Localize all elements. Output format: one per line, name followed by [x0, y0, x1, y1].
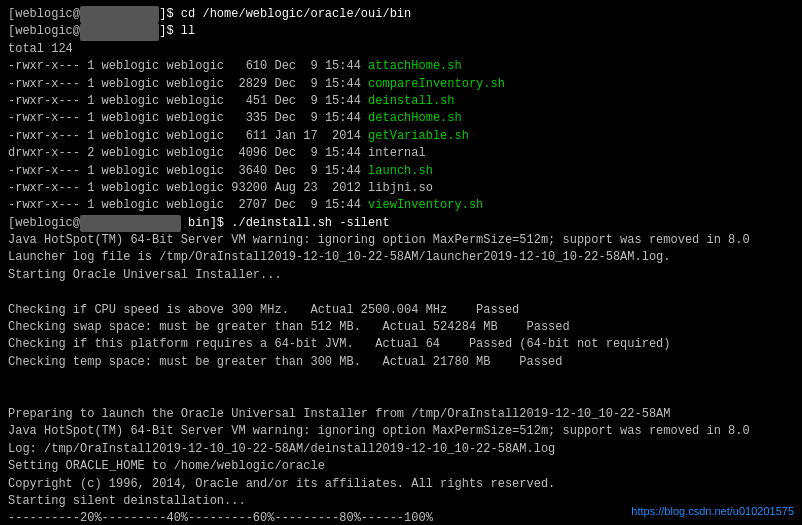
- terminal-line: [weblogic@ ]$ cd /home/weblogic/oracle/o…: [8, 6, 794, 23]
- watermark: https://blog.csdn.net/u010201575: [631, 505, 794, 517]
- file-perms: -rwxr-x---: [8, 181, 87, 195]
- output-text: Copyright (c) 1996, 2014, Oracle and/or …: [8, 477, 555, 491]
- terminal-line: Setting ORACLE_HOME to /home/weblogic/or…: [8, 458, 794, 475]
- blurred-hostname: [80, 6, 159, 23]
- file-size: 611: [231, 129, 274, 143]
- output-text: Setting ORACLE_HOME to /home/weblogic/or…: [8, 459, 325, 473]
- terminal-window: [weblogic@ ]$ cd /home/weblogic/oracle/o…: [0, 0, 802, 525]
- file-size: 3640: [231, 164, 274, 178]
- terminal-line: [weblogic@ ]$ ll: [8, 23, 794, 40]
- file-name: deinstall.sh: [368, 94, 454, 108]
- prompt: [weblogic@: [8, 24, 80, 38]
- file-size: 2829: [231, 77, 274, 91]
- command-text: ]$ ll: [159, 24, 195, 38]
- file-date: Dec 9 15:44: [274, 164, 368, 178]
- file-name: libjni.so: [368, 181, 433, 195]
- file-perms: -rwxr-x---: [8, 59, 87, 73]
- terminal-line: total 124: [8, 41, 794, 58]
- output-text: Preparing to launch the Oracle Universal…: [8, 407, 671, 421]
- file-name: getVariable.sh: [368, 129, 469, 143]
- file-links: 1 weblogic weblogic: [87, 94, 231, 108]
- file-perms: -rwxr-x---: [8, 77, 87, 91]
- terminal-line: Checking temp space: must be greater tha…: [8, 354, 794, 371]
- output-text: Checking swap space: must be greater tha…: [8, 320, 570, 334]
- file-name: compareInventory.sh: [368, 77, 505, 91]
- terminal-line: -rwxr-x--- 1 weblogic weblogic 93200 Aug…: [8, 180, 794, 197]
- terminal-line: -rwxr-x--- 1 weblogic weblogic 335 Dec 9…: [8, 110, 794, 127]
- prompt: [weblogic@: [8, 7, 80, 21]
- terminal-line: -rwxr-x--- 1 weblogic weblogic 3640 Dec …: [8, 163, 794, 180]
- terminal-line: Java HotSpot(TM) 64-Bit Server VM warnin…: [8, 232, 794, 249]
- file-perms: drwxr-x---: [8, 146, 87, 160]
- file-size: 451: [231, 94, 274, 108]
- output-text: Java HotSpot(TM) 64-Bit Server VM warnin…: [8, 233, 750, 247]
- output-text: Launcher log file is /tmp/OraInstall2019…: [8, 250, 671, 264]
- terminal-line: [8, 284, 794, 301]
- file-name: detachHome.sh: [368, 111, 462, 125]
- file-name: attachHome.sh: [368, 59, 462, 73]
- terminal-line: -rwxr-x--- 1 weblogic weblogic 2707 Dec …: [8, 197, 794, 214]
- output-text: total 124: [8, 42, 73, 56]
- file-date: Aug 23 2012: [274, 181, 368, 195]
- output-text: Checking temp space: must be greater tha…: [8, 355, 563, 369]
- file-links: 1 weblogic weblogic: [87, 59, 231, 73]
- terminal-line: -rwxr-x--- 1 weblogic weblogic 2829 Dec …: [8, 76, 794, 93]
- prompt: [weblogic@: [8, 216, 80, 230]
- file-name: launch.sh: [368, 164, 433, 178]
- file-date: Jan 17 2014: [274, 129, 368, 143]
- terminal-line: -rwxr-x--- 1 weblogic weblogic 451 Dec 9…: [8, 93, 794, 110]
- terminal-line: Checking if this platform requires a 64-…: [8, 336, 794, 353]
- file-perms: -rwxr-x---: [8, 111, 87, 125]
- file-size: 335: [231, 111, 274, 125]
- output-text: Log: /tmp/OraInstall2019-12-10_10-22-58A…: [8, 442, 555, 456]
- file-date: Dec 9 15:44: [274, 198, 368, 212]
- file-links: 1 weblogic weblogic: [87, 164, 231, 178]
- terminal-line: drwxr-x--- 2 weblogic weblogic 4096 Dec …: [8, 145, 794, 162]
- file-links: 1 weblogic weblogic: [87, 111, 231, 125]
- output-text: Checking if CPU speed is above 300 MHz. …: [8, 303, 519, 317]
- terminal-line: Checking swap space: must be greater tha…: [8, 319, 794, 336]
- file-links: 1 weblogic weblogic: [87, 129, 231, 143]
- file-perms: -rwxr-x---: [8, 94, 87, 108]
- terminal-line: -rwxr-x--- 1 weblogic weblogic 611 Jan 1…: [8, 128, 794, 145]
- file-links: 1 weblogic weblogic: [87, 77, 231, 91]
- file-links: 2 weblogic weblogic: [87, 146, 231, 160]
- blurred-hostname: [80, 215, 181, 232]
- command-text: bin]$ ./deinstall.sh -silent: [181, 216, 390, 230]
- terminal-line: Preparing to launch the Oracle Universal…: [8, 406, 794, 423]
- file-links: 1 weblogic weblogic: [87, 181, 231, 195]
- file-name: viewInventory.sh: [368, 198, 483, 212]
- terminal-line: -rwxr-x--- 1 weblogic weblogic 610 Dec 9…: [8, 58, 794, 75]
- output-text: Starting Oracle Universal Installer...: [8, 268, 282, 282]
- file-size: 2707: [231, 198, 274, 212]
- output-text: Checking if this platform requires a 64-…: [8, 337, 671, 351]
- file-perms: -rwxr-x---: [8, 129, 87, 143]
- terminal-line: Launcher log file is /tmp/OraInstall2019…: [8, 249, 794, 266]
- file-size: 93200: [231, 181, 274, 195]
- terminal-line: Log: /tmp/OraInstall2019-12-10_10-22-58A…: [8, 441, 794, 458]
- command-text: ]$ cd /home/weblogic/oracle/oui/bin: [159, 7, 411, 21]
- file-perms: -rwxr-x---: [8, 198, 87, 212]
- file-date: Dec 9 15:44: [274, 146, 368, 160]
- terminal-line: [weblogic@ bin]$ ./deinstall.sh -silent: [8, 215, 794, 232]
- terminal-line: Java HotSpot(TM) 64-Bit Server VM warnin…: [8, 423, 794, 440]
- file-name: internal: [368, 146, 426, 160]
- file-date: Dec 9 15:44: [274, 94, 368, 108]
- output-text: ----------20%---------40%---------60%---…: [8, 511, 433, 525]
- output-text: Java HotSpot(TM) 64-Bit Server VM warnin…: [8, 424, 750, 438]
- file-perms: -rwxr-x---: [8, 164, 87, 178]
- blurred-hostname: [80, 23, 159, 40]
- file-date: Dec 9 15:44: [274, 111, 368, 125]
- file-date: Dec 9 15:44: [274, 77, 368, 91]
- file-size: 4096: [231, 146, 274, 160]
- terminal-line: Starting Oracle Universal Installer...: [8, 267, 794, 284]
- file-links: 1 weblogic weblogic: [87, 198, 231, 212]
- terminal-line: [8, 389, 794, 406]
- output-text: Starting silent deinstallation...: [8, 494, 246, 508]
- terminal-line: Copyright (c) 1996, 2014, Oracle and/or …: [8, 476, 794, 493]
- file-date: Dec 9 15:44: [274, 59, 368, 73]
- file-size: 610: [231, 59, 274, 73]
- terminal-line: [8, 371, 794, 388]
- terminal-line: Checking if CPU speed is above 300 MHz. …: [8, 302, 794, 319]
